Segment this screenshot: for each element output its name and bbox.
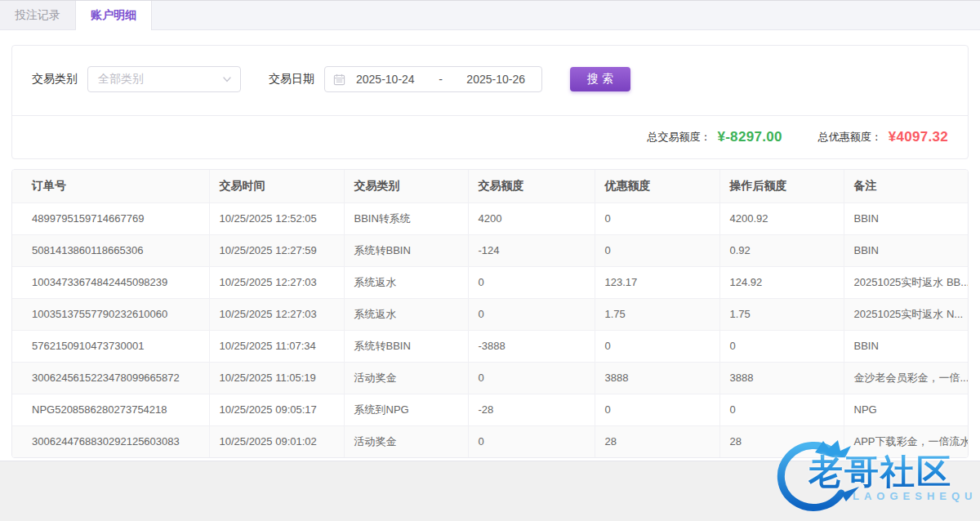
- category-select[interactable]: 全部类别: [87, 66, 241, 92]
- table-cell: 4899795159714667769: [12, 203, 209, 234]
- table-row: 576215091047373000110/25/2025 11:07:34系统…: [12, 330, 969, 362]
- table-cell: 0: [595, 234, 719, 266]
- transactions-table-panel: 订单号交易时间交易类别交易额度优惠额度操作后额度备注 4899795159714…: [11, 169, 969, 458]
- table-column-header: 交易类别: [344, 170, 468, 203]
- table-cell: 10/25/2025 12:52:05: [209, 203, 344, 234]
- table-cell: 系统返水: [344, 298, 468, 330]
- table-cell: 3006245615223478099665872: [12, 362, 209, 394]
- tab-betting-records[interactable]: 投注记录: [0, 1, 76, 29]
- total-transaction-label: 总交易额度：: [647, 130, 710, 145]
- calendar-icon: [333, 73, 345, 86]
- tabbar-spacer: [152, 1, 980, 29]
- table-cell: 28: [595, 425, 719, 457]
- table-cell: 5762150910473730001: [12, 330, 209, 362]
- table-header-row: 订单号交易时间交易类别交易额度优惠额度操作后额度备注: [12, 170, 969, 203]
- main-content: 交易类别 全部类别 交易日期 2025-10-24 -: [0, 30, 980, 461]
- table-cell: 0: [719, 394, 844, 425]
- table-cell: BBIN: [844, 330, 969, 362]
- table-cell: 3888: [719, 362, 844, 394]
- table-cell: 123.17: [595, 266, 719, 298]
- table-cell: NPG5208586280273754218: [12, 394, 209, 425]
- table-cell: 0: [595, 203, 719, 234]
- category-label: 交易类别: [32, 72, 78, 87]
- table-row: NPG520858628027375421810/25/2025 09:05:1…: [12, 394, 969, 425]
- table-cell: 活动奖金: [344, 362, 468, 394]
- table-cell: 0.92: [719, 234, 844, 266]
- table-cell: -28: [468, 394, 595, 425]
- table-cell: 10/25/2025 12:27:03: [209, 266, 344, 298]
- table-cell: 10/25/2025 12:27:03: [209, 298, 344, 330]
- table-column-header: 订单号: [12, 170, 209, 203]
- table-cell: 0: [595, 330, 719, 362]
- tab-label: 投注记录: [15, 8, 60, 23]
- total-discount-value: ¥4097.32: [889, 129, 948, 145]
- date-start-value: 2025-10-24: [356, 73, 415, 86]
- table-cell: 活动奖金: [344, 425, 468, 457]
- table-cell: BBIN: [844, 203, 969, 234]
- table-cell: 20251025实时返水 BB...: [844, 266, 969, 298]
- chevron-down-icon: [222, 74, 232, 84]
- table-row: 508141386011866530610/25/2025 12:27:59系统…: [12, 234, 969, 266]
- transactions-table: 订单号交易时间交易类别交易额度优惠额度操作后额度备注 4899795159714…: [12, 170, 969, 457]
- table-cell: 3888: [595, 362, 719, 394]
- table-cell: APP下载彩金，一倍流水: [844, 425, 969, 457]
- date-range-input[interactable]: 2025-10-24 - 2025-10-26: [324, 66, 542, 92]
- table-cell: 金沙老会员彩金，一倍...: [844, 362, 969, 394]
- table-cell: 124.92: [719, 266, 844, 298]
- table-cell: 10/25/2025 11:05:19: [209, 362, 344, 394]
- tab-label: 账户明细: [91, 8, 136, 23]
- table-column-header: 优惠额度: [595, 170, 719, 203]
- table-cell: 系统返水: [344, 266, 468, 298]
- table-cell: 10/25/2025 09:05:17: [209, 394, 344, 425]
- table-cell: 1.75: [595, 298, 719, 330]
- category-select-value: 全部类别: [98, 72, 222, 87]
- filter-row: 交易类别 全部类别 交易日期 2025-10-24 -: [12, 46, 968, 115]
- summary-row: 总交易额度： ¥-8297.00 总优惠额度： ¥4097.32: [12, 116, 968, 158]
- table-row: 300624476883029212560308310/25/2025 09:0…: [12, 425, 969, 457]
- table-cell: 4200: [468, 203, 595, 234]
- table-cell: 0: [468, 266, 595, 298]
- total-transaction-value: ¥-8297.00: [717, 129, 782, 145]
- search-button[interactable]: 搜 索: [570, 67, 630, 91]
- table-cell: 1.75: [719, 298, 844, 330]
- table-cell: 3006244768830292125603083: [12, 425, 209, 457]
- table-cell: 28: [719, 425, 844, 457]
- table-row: 1003513755779023261006010/25/2025 12:27:…: [12, 298, 969, 330]
- table-cell: BBIN转系统: [344, 203, 468, 234]
- table-cell: 0: [468, 425, 595, 457]
- table-column-header: 操作后额度: [719, 170, 844, 203]
- filter-panel: 交易类别 全部类别 交易日期 2025-10-24 -: [11, 45, 969, 159]
- table-cell: 系统转BBIN: [344, 234, 468, 266]
- table-row: 489979515971466776910/25/2025 12:52:05BB…: [12, 203, 969, 234]
- table-cell: NPG: [844, 394, 969, 425]
- table-row: 1003473367484244509823910/25/2025 12:27:…: [12, 266, 969, 298]
- table-cell: 10/25/2025 09:01:02: [209, 425, 344, 457]
- table-cell: 0: [468, 298, 595, 330]
- table-cell: 0: [595, 394, 719, 425]
- table-cell: 0: [468, 362, 595, 394]
- total-discount-label: 总优惠额度：: [818, 130, 882, 145]
- table-cell: 10035137557790232610060: [12, 298, 209, 330]
- table-cell: 4200.92: [719, 203, 844, 234]
- date-separator: -: [439, 73, 443, 86]
- table-cell: 0: [719, 330, 844, 362]
- tab-bar: 投注记录 账户明细: [0, 0, 980, 30]
- watermark-subtitle: LAOGESHEQU: [853, 490, 977, 502]
- table-cell: BBIN: [844, 234, 969, 266]
- tab-account-details[interactable]: 账户明细: [76, 1, 152, 30]
- table-cell: 10034733674842445098239: [12, 266, 209, 298]
- date-label: 交易日期: [269, 72, 314, 87]
- table-cell: 系统到NPG: [344, 394, 468, 425]
- date-end-value: 2025-10-26: [466, 73, 525, 86]
- table-column-header: 交易时间: [209, 170, 344, 203]
- table-row: 300624561522347809966587210/25/2025 11:0…: [12, 362, 969, 394]
- table-cell: 系统转BBIN: [344, 330, 468, 362]
- table-cell: 10/25/2025 11:07:34: [209, 330, 344, 362]
- table-column-header: 交易额度: [468, 170, 595, 203]
- table-cell: -3888: [468, 330, 595, 362]
- table-cell: 10/25/2025 12:27:59: [209, 234, 344, 266]
- table-column-header: 备注: [844, 170, 969, 203]
- table-body: 489979515971466776910/25/2025 12:52:05BB…: [12, 203, 969, 457]
- table-cell: 20251025实时返水 N...: [844, 298, 969, 330]
- table-cell: -124: [468, 234, 595, 266]
